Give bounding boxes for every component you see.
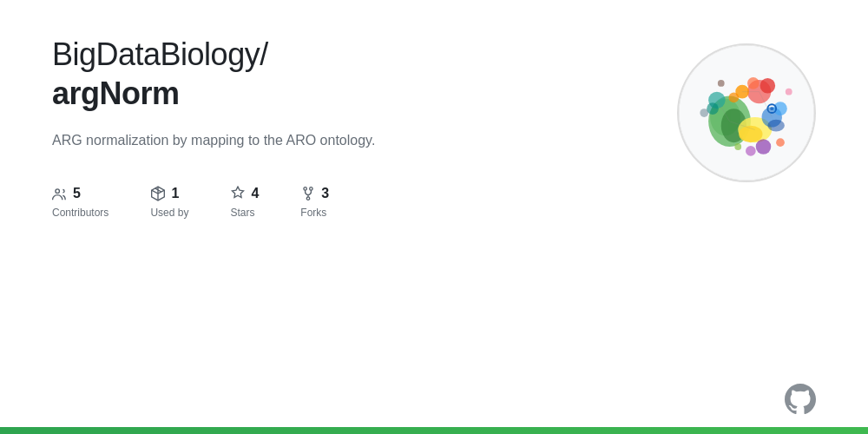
stars-top: 4 xyxy=(230,186,259,201)
svg-point-22 xyxy=(700,108,708,117)
stars-label: Stars xyxy=(230,207,254,219)
repo-owner[interactable]: BigDataBiology/ xyxy=(52,35,608,74)
svg-point-11 xyxy=(747,77,760,89)
used-by-count: 1 xyxy=(171,186,179,201)
repo-name[interactable]: argNorm xyxy=(52,74,608,113)
star-icon xyxy=(230,186,246,201)
github-icon xyxy=(785,384,816,415)
contributors-stat[interactable]: 5 Contributors xyxy=(52,186,108,219)
stars-count: 4 xyxy=(251,186,259,201)
svg-point-21 xyxy=(718,80,725,87)
bottom-bar xyxy=(0,427,868,434)
forks-count: 3 xyxy=(321,186,329,201)
right-section xyxy=(642,35,816,182)
package-icon xyxy=(150,186,166,201)
github-icon-container[interactable] xyxy=(785,384,816,418)
forks-stat[interactable]: 3 Forks xyxy=(300,186,329,219)
forks-top: 3 xyxy=(300,186,329,201)
svg-point-19 xyxy=(756,139,772,155)
svg-point-1 xyxy=(310,187,312,190)
fork-icon xyxy=(300,186,316,201)
svg-point-16 xyxy=(729,93,740,103)
contributors-count: 5 xyxy=(73,186,81,201)
forks-label: Forks xyxy=(300,207,326,219)
contributors-label: Contributors xyxy=(52,207,108,219)
left-section: BigDataBiology/ argNorm ARG normalizatio… xyxy=(52,35,642,219)
stats-row: 5 Contributors 1 Used by xyxy=(52,186,608,219)
used-by-stat[interactable]: 1 Used by xyxy=(150,186,188,219)
main-content: BigDataBiology/ argNorm ARG normalizatio… xyxy=(0,0,868,219)
repo-description: ARG normalization by mapping to the ARO … xyxy=(52,130,608,151)
svg-point-20 xyxy=(746,146,756,156)
svg-point-25 xyxy=(786,89,792,95)
repo-image xyxy=(677,43,816,182)
svg-point-8 xyxy=(739,126,762,143)
svg-point-2 xyxy=(307,197,310,200)
svg-point-18 xyxy=(707,102,719,115)
svg-point-10 xyxy=(760,78,776,94)
svg-point-27 xyxy=(770,107,773,110)
svg-point-23 xyxy=(776,138,785,147)
contributors-icon xyxy=(52,186,68,201)
svg-point-0 xyxy=(304,187,306,190)
svg-point-24 xyxy=(734,143,741,150)
used-by-label: Used by xyxy=(150,207,188,219)
contributors-top: 5 xyxy=(52,186,81,201)
svg-point-14 xyxy=(767,120,785,132)
used-by-top: 1 xyxy=(150,186,179,201)
stars-stat[interactable]: 4 Stars xyxy=(230,186,259,219)
